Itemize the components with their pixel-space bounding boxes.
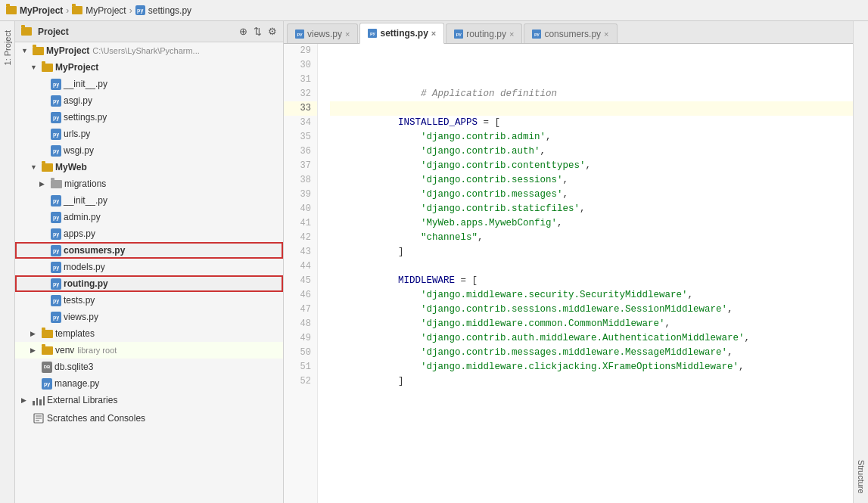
line-num-51: 51: [284, 360, 317, 374]
tree-item-myweb-init[interactable]: py __init__.py: [15, 192, 283, 209]
tree-item-wsgi[interactable]: py wsgi.py: [15, 142, 283, 159]
structure-strip: Structure: [853, 21, 868, 503]
breadcrumb-myproject2[interactable]: MyProject: [86, 5, 126, 16]
line-num-36: 36: [284, 144, 317, 159]
tab-routing[interactable]: py routing.py ×: [446, 23, 522, 43]
arrow-venv[interactable]: ▶: [30, 346, 39, 354]
tree-item-consumers[interactable]: py consumers.py: [15, 242, 283, 259]
tree-item-myproject-root[interactable]: ▼ MyProject C:\Users\LyShark\Pycharm...: [15, 42, 283, 59]
top-breadcrumb-bar: MyProject › MyProject › py settings.py: [0, 0, 868, 21]
code-line-31: # Application definition: [330, 73, 853, 87]
py-icon-manage: py: [42, 378, 52, 390]
arrow-myproject-sub[interactable]: ▼: [30, 64, 39, 71]
label-init: __init__.py: [64, 79, 107, 89]
cog-icon[interactable]: ⊕: [239, 26, 247, 37]
arrow-myweb[interactable]: ▼: [30, 163, 39, 171]
structure-strip-label[interactable]: Structure: [855, 457, 867, 497]
folder-migrations: [51, 180, 62, 188]
tree-item-settings[interactable]: py settings.py: [15, 109, 283, 126]
breadcrumb-myproject[interactable]: MyProject: [20, 5, 63, 16]
arrow-ext-libs[interactable]: ▶: [21, 396, 30, 404]
code-line-29: [330, 44, 853, 58]
line-num-33: 33: [284, 101, 317, 116]
project-tree: ▼ MyProject C:\Users\LyShark\Pycharm... …: [15, 42, 283, 503]
project-toolbar: Project ⊕ ⇅ ⚙: [15, 21, 283, 42]
line-num-39: 39: [284, 188, 317, 202]
label-admin: admin.py: [64, 212, 101, 222]
tab-views-label: views.py: [307, 29, 342, 39]
close-consumers[interactable]: ×: [604, 29, 608, 39]
code-content[interactable]: # Application definition INSTALLED_APPS …: [318, 44, 853, 503]
tab-routing-label: routing.py: [466, 29, 506, 39]
tree-item-scratches[interactable]: Scratches and Consoles: [15, 408, 283, 428]
py-icon-init: py: [51, 79, 61, 90]
line-num-47: 47: [284, 303, 317, 317]
close-settings[interactable]: ×: [431, 29, 436, 38]
path-myproject-root: C:\Users\LyShark\Pycharm...: [92, 46, 199, 55]
line-num-48: 48: [284, 317, 317, 331]
tab-views[interactable]: py views.py ×: [287, 23, 358, 43]
tree-item-templates[interactable]: ▶ templates: [15, 325, 283, 342]
code-line-52: [330, 374, 853, 389]
label-myproject-sub: MyProject: [55, 62, 98, 73]
py-icon-myweb-init: py: [51, 195, 61, 206]
project-panel-title: Project: [38, 26, 233, 37]
tree-item-manage[interactable]: py manage.py: [15, 375, 283, 392]
tree-item-myproject-sub[interactable]: ▼ MyProject: [15, 59, 283, 76]
arrow-migrations[interactable]: ▶: [39, 180, 48, 188]
settings-icon[interactable]: ⚙: [268, 26, 277, 37]
tree-item-apps[interactable]: py apps.py: [15, 225, 283, 242]
label-db: db.sqlite3: [54, 362, 93, 372]
tree-item-routing[interactable]: py routing.py: [15, 275, 283, 292]
py-icon-admin: py: [51, 212, 61, 223]
line-num-49: 49: [284, 331, 317, 346]
tree-item-views[interactable]: py views.py: [15, 309, 283, 325]
line-num-30: 30: [284, 58, 317, 73]
breadcrumb-settings[interactable]: settings.py: [148, 5, 191, 16]
tab-consumers-label: consumers.py: [544, 29, 601, 39]
settings-py-icon-breadcrumb: py: [135, 5, 145, 15]
line-num-46: 46: [284, 288, 317, 303]
tree-item-tests[interactable]: py tests.py: [15, 292, 283, 309]
tree-item-models[interactable]: py models.py: [15, 259, 283, 275]
editor-tabs: py views.py × py settings.py × py routin…: [284, 21, 853, 44]
tree-item-myweb[interactable]: ▼ MyWeb: [15, 159, 283, 175]
tree-item-venv[interactable]: ▶ venv library root: [15, 342, 283, 359]
py-icon-settings: py: [51, 112, 61, 123]
line-num-32: 32: [284, 87, 317, 101]
tree-item-admin[interactable]: py admin.py: [15, 209, 283, 225]
label-asgi: asgi.py: [64, 95, 92, 106]
tree-item-db[interactable]: DB db.sqlite3: [15, 359, 283, 375]
arrow-templates[interactable]: ▶: [30, 330, 39, 337]
label-tests: tests.py: [64, 295, 95, 306]
tree-item-urls[interactable]: py urls.py: [15, 126, 283, 142]
arrow-myproject-root[interactable]: ▼: [21, 47, 30, 54]
line-num-43: 43: [284, 245, 317, 259]
tree-item-migrations[interactable]: ▶ migrations: [15, 175, 283, 192]
tree-item-init[interactable]: py __init__.py: [15, 76, 283, 92]
layout-icon[interactable]: ⇅: [254, 26, 262, 37]
breadcrumb-sep1: ›: [66, 5, 69, 16]
tree-item-asgi[interactable]: py asgi.py: [15, 92, 283, 109]
label-templates: templates: [55, 328, 95, 339]
code-editor[interactable]: 29 30 31 32 33 34 35 36 37 38 39 40 41 4…: [284, 44, 853, 503]
line-numbers: 29 30 31 32 33 34 35 36 37 38 39 40 41 4…: [284, 44, 318, 503]
label-consumers: consumers.py: [64, 245, 125, 256]
line-num-44: 44: [284, 259, 317, 274]
tab-consumers[interactable]: py consumers.py ×: [524, 23, 617, 43]
close-views[interactable]: ×: [345, 29, 350, 39]
py-icon-tab-routing: py: [454, 29, 463, 39]
line-num-29: 29: [284, 44, 317, 58]
py-icon-apps: py: [51, 228, 61, 240]
line-num-40: 40: [284, 202, 317, 216]
project-strip-label[interactable]: 1: Project: [2, 27, 14, 68]
close-routing[interactable]: ×: [509, 29, 514, 39]
py-icon-tab-consumers: py: [532, 29, 541, 39]
project-panel: Project ⊕ ⇅ ⚙ ▼ MyProject C:\Users\LySha…: [15, 21, 284, 503]
tab-settings[interactable]: py settings.py ×: [359, 23, 444, 44]
label-scratches: Scratches and Consoles: [47, 413, 145, 424]
label-routing: routing.py: [64, 278, 108, 289]
line-num-42: 42: [284, 231, 317, 245]
label-myproject-root: MyProject: [46, 45, 89, 56]
tree-item-ext-libs[interactable]: ▶ External Libraries: [15, 392, 283, 408]
